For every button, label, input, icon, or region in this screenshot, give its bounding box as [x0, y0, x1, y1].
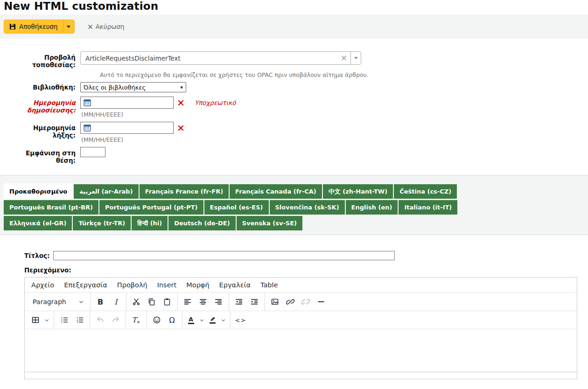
- editor-toolbar-row-1: Paragraph B I: [25, 292, 577, 311]
- horizontal-rule-icon: [317, 298, 325, 306]
- indent-button[interactable]: [247, 295, 262, 309]
- highlight-color-button[interactable]: [206, 313, 218, 327]
- undo-button[interactable]: [92, 313, 108, 327]
- save-icon: [9, 23, 16, 30]
- calendar-icon[interactable]: [83, 123, 92, 132]
- required-text: Υποχρεωτικό: [195, 99, 236, 106]
- outdent-button[interactable]: [231, 295, 247, 309]
- text-color-menu-button[interactable]: [197, 313, 206, 327]
- tab-zh-hant-tw[interactable]: 中文 (zh-Hant-TW): [323, 184, 393, 199]
- delete-date-icon[interactable]: [178, 125, 184, 131]
- calendar-icon[interactable]: [83, 98, 92, 107]
- align-left-icon: [183, 298, 192, 306]
- title-label: Τίτλος:: [24, 252, 49, 259]
- unlink-button[interactable]: [298, 295, 314, 309]
- insert-link-button[interactable]: [283, 295, 298, 309]
- menu-view[interactable]: Προβολή: [117, 281, 147, 289]
- tab-default[interactable]: Προκαθορισμένο: [4, 183, 73, 199]
- image-icon: [271, 298, 279, 306]
- tab-es-es[interactable]: Español (es-ES): [204, 200, 269, 215]
- cut-button[interactable]: [129, 295, 144, 309]
- library-select[interactable]: Όλες οι βιβλιοθήκες ▾: [80, 82, 186, 92]
- caret-down-icon: [67, 26, 70, 28]
- align-right-icon: [214, 298, 223, 306]
- editor-statusbar: [25, 372, 577, 379]
- tab-en[interactable]: English (en): [346, 200, 398, 215]
- numbered-list-icon: 123: [76, 316, 84, 324]
- save-split-button: Αποθήκευση: [4, 20, 75, 34]
- content-label: Περιεχόμενο:: [24, 266, 588, 274]
- tab-fr-ca[interactable]: Français Canada (fr-CA): [230, 184, 322, 199]
- table-menu-button[interactable]: [42, 313, 51, 327]
- menu-file[interactable]: Αρχείο: [31, 281, 54, 289]
- tab-de-de[interactable]: Deutsch (de-DE): [168, 216, 235, 230]
- save-button[interactable]: Αποθήκευση: [4, 20, 63, 33]
- copy-button[interactable]: [144, 295, 160, 309]
- undo-icon: [96, 316, 105, 324]
- tab-hi[interactable]: हिन्दी (hi): [132, 216, 168, 230]
- align-center-button[interactable]: [196, 295, 211, 309]
- dropdown-arrow-segment[interactable]: [350, 52, 361, 64]
- action-toolbar: Αποθήκευση Ακύρωση: [0, 14, 588, 39]
- close-icon: [88, 24, 93, 29]
- source-code-button[interactable]: <>: [233, 313, 248, 327]
- insert-image-button[interactable]: [267, 295, 283, 309]
- copy-icon: [147, 298, 156, 306]
- tab-sv-se[interactable]: Svenska (sv-SE): [237, 216, 302, 230]
- highlight-color-menu-button[interactable]: [218, 313, 228, 327]
- emoticons-button[interactable]: [149, 313, 164, 327]
- publication-date-format-hint: (MM/HH/EEEE): [81, 111, 236, 118]
- horizontal-rule-button[interactable]: [314, 295, 329, 309]
- language-tabs: Προκαθορισμένο العربية (ar-Arab) Françai…: [0, 175, 588, 235]
- tab-pt-pt[interactable]: Português Portugal (pt-PT): [99, 200, 203, 215]
- tab-sk-sk[interactable]: Slovenčina (sk-SK): [270, 200, 345, 215]
- paragraph-style-select[interactable]: Paragraph: [29, 298, 88, 306]
- editor-toolbar-row-2: 123 T✕ Ω: [25, 311, 577, 329]
- clear-icon[interactable]: ×: [337, 54, 350, 62]
- bullet-list-button[interactable]: [56, 313, 72, 327]
- bold-button[interactable]: B: [93, 295, 108, 309]
- tab-cs-cz[interactable]: Čeština (cs-CZ): [394, 184, 457, 199]
- cancel-button[interactable]: Ακύρωση: [88, 23, 125, 30]
- expiration-date-input[interactable]: [92, 122, 173, 133]
- special-character-button[interactable]: Ω: [164, 313, 180, 327]
- expiration-date-field: [80, 122, 174, 134]
- numbered-list-button[interactable]: 123: [72, 313, 87, 327]
- paste-button[interactable]: [160, 295, 175, 309]
- italic-button[interactable]: I: [108, 295, 124, 309]
- cancel-button-label: Ακύρωση: [96, 23, 125, 30]
- menu-insert[interactable]: Insert: [157, 281, 177, 289]
- tab-ar-arab[interactable]: العربية (ar-Arab): [74, 184, 138, 199]
- table-icon: [31, 316, 40, 324]
- chevron-down-icon: ▾: [180, 84, 183, 90]
- tab-tr-tr[interactable]: Türkçe (tr-TR): [73, 216, 131, 230]
- tab-it-it[interactable]: Italiano (it-IT): [399, 200, 457, 215]
- title-input[interactable]: [53, 251, 395, 260]
- clear-formatting-icon: T✕: [132, 316, 140, 324]
- menu-format[interactable]: Μορφή: [186, 281, 209, 289]
- editor-content-area[interactable]: [25, 329, 577, 372]
- menu-tools[interactable]: Εργαλεία: [219, 281, 251, 289]
- table-button[interactable]: [29, 313, 42, 327]
- paragraph-style-value: Paragraph: [33, 298, 66, 306]
- page-title: New HTML customization: [4, 0, 588, 12]
- display-location-value: ArticleRequestsDisclaimerText: [85, 55, 337, 62]
- clear-formatting-button[interactable]: T✕: [128, 313, 144, 327]
- tab-fr-fr[interactable]: Français France (fr-FR): [140, 184, 229, 199]
- tab-pt-br[interactable]: Português Brasil (pt-BR): [4, 200, 98, 215]
- text-color-button[interactable]: A: [185, 313, 197, 327]
- cut-icon: [132, 298, 140, 306]
- display-location-select[interactable]: ArticleRequestsDisclaimerText ×: [80, 51, 361, 65]
- delete-date-icon[interactable]: [178, 100, 184, 106]
- menu-edit[interactable]: Επεξεργασία: [64, 281, 107, 289]
- align-left-button[interactable]: [180, 295, 196, 309]
- publication-date-input[interactable]: [92, 97, 173, 108]
- tab-el-gr[interactable]: Ελληνικά (el-GR): [4, 216, 72, 230]
- menu-table[interactable]: Table: [260, 281, 278, 289]
- omega-icon: Ω: [169, 316, 175, 325]
- display-position-input[interactable]: [80, 147, 105, 157]
- publication-date-field: [80, 97, 174, 109]
- save-options-button[interactable]: [63, 20, 74, 33]
- redo-button[interactable]: [108, 313, 123, 327]
- align-right-button[interactable]: [211, 295, 226, 309]
